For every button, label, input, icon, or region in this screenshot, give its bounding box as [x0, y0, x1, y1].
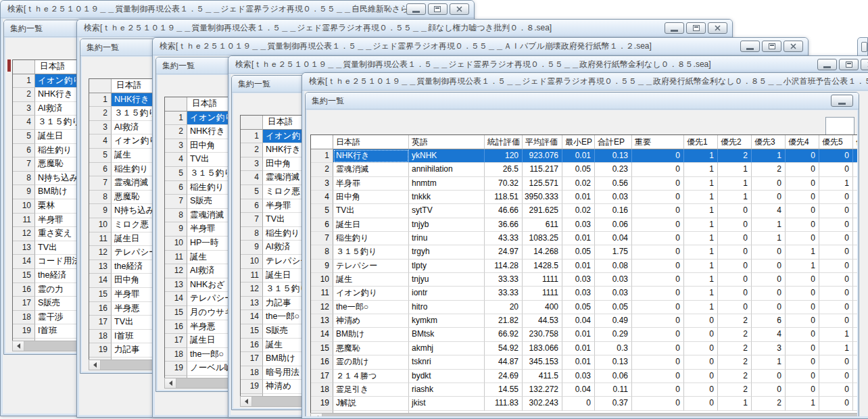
- column-header[interactable]: 最小EP: [562, 135, 595, 149]
- cell-value: 0: [819, 301, 853, 314]
- restore-button[interactable]: [686, 22, 706, 34]
- row-number: 19: [241, 380, 263, 394]
- restore-button[interactable]: [428, 3, 448, 15]
- cell-value: 1111: [523, 273, 562, 287]
- close-button[interactable]: [783, 41, 803, 52]
- window-titlebar[interactable]: 検索[ｔｈｅ２５１０１９＿＿質量制御再現公表１．５＿＿ジェド霊界ラジオ再現０．５…: [77, 20, 732, 37]
- column-header[interactable]: 優先4: [786, 135, 819, 149]
- table-row[interactable]: 1NHK行きykNHK120923.0760.010.13012100: [311, 149, 857, 163]
- cell-value: 291.625: [523, 204, 562, 218]
- row-number: 9: [165, 222, 187, 237]
- scroll-left-button[interactable]: [311, 414, 322, 416]
- minimize-button[interactable]: [406, 3, 426, 15]
- minimize-button[interactable]: [817, 59, 837, 70]
- column-header[interactable]: 優先5: [819, 135, 853, 149]
- close-icon: [715, 25, 721, 31]
- clipped-window-button: [861, 42, 867, 52]
- cell-value: 0: [718, 301, 752, 314]
- cell-japanese: ３１５釣り: [333, 245, 409, 259]
- column-header[interactable]: 重要: [632, 135, 684, 149]
- window-titlebar[interactable]: 検索[ｔｈｅ２５１０１９＿＿質量制御再現公表１．５＿＿ジェド霊界ラジオ再現０．５…: [228, 56, 868, 74]
- row-number: 11: [89, 232, 112, 247]
- row-number: 15: [241, 324, 263, 339]
- scroll-left-arrow-icon: [93, 362, 97, 368]
- table-row[interactable]: 2霊魂消滅annihilation26.5115.2170.050.230112…: [311, 163, 857, 176]
- table-row[interactable]: 15悪魔恥akmhj54.92183.0660.010.3002301: [311, 342, 857, 355]
- minimize-button[interactable]: [740, 41, 760, 52]
- table-row[interactable]: 4田中角tnkkk118.513950.3330.010.03011000: [311, 191, 857, 204]
- scroll-left-button[interactable]: [89, 360, 101, 370]
- cell-value: 0.16: [595, 204, 632, 218]
- table-row[interactable]: 16霊の助けtsknri44.87345.1530.010.13002100: [311, 355, 857, 369]
- cell-value: 0.08: [595, 260, 632, 273]
- column-header[interactable]: 英語: [409, 135, 485, 149]
- scroll-left-button[interactable]: [165, 378, 176, 388]
- table-row[interactable]: 3半身罪hnmtm70.32125.5710.020.56011001: [311, 177, 857, 191]
- cell-value: 54.92: [485, 342, 523, 355]
- cell-japanese: BM助け: [333, 328, 409, 341]
- minimize-button[interactable]: [665, 22, 684, 34]
- restore-icon: [434, 6, 441, 12]
- column-header[interactable]: 平均評価: [523, 135, 562, 149]
- cell-english: tnkkk: [409, 191, 485, 204]
- restore-button[interactable]: [839, 59, 859, 70]
- close-button[interactable]: [861, 59, 868, 70]
- table-row[interactable]: 13神清めkymkm21.8244.530.040.49002600: [311, 314, 857, 328]
- cell-value: 1: [684, 301, 718, 314]
- table-row[interactable]: 14BM助けBMtsk66.92230.7580.010.29002401: [311, 328, 857, 341]
- cell-english: tlpty: [409, 260, 485, 273]
- minimize-button[interactable]: [831, 95, 853, 107]
- subwindow-titlebar[interactable]: 集約一覧: [306, 93, 859, 109]
- table-row[interactable]: 7稲生釣りtrinu43.331083.250.010.04010100: [311, 232, 857, 245]
- cell-english: trinu: [409, 232, 485, 245]
- cell-value: 0: [632, 177, 684, 191]
- column-header[interactable]: 優先2: [718, 135, 752, 149]
- table-row[interactable]: 9テレパシーtlpty114.281428.50.010.08010010: [311, 260, 857, 273]
- table-row[interactable]: 5TV出sytTV46.66291.6250.020.16010400: [311, 204, 857, 218]
- table-row[interactable]: 19J解説jkist111.83302.24300.37001210: [311, 397, 857, 410]
- close-button[interactable]: [450, 3, 469, 15]
- row-number: 16: [89, 302, 112, 316]
- row-number: 19: [165, 362, 187, 376]
- column-header[interactable]: 優先1: [684, 135, 718, 149]
- row-number: 18: [13, 311, 35, 325]
- scrollbar-track[interactable]: [322, 414, 857, 416]
- row-number: 17: [241, 352, 263, 366]
- window-title: 検索[ｔｈｅ２５１０１９＿＿質量制御再現公表１．５＿＿ジェド霊界ラジオ再現０．５…: [309, 76, 868, 87]
- table-row[interactable]: 10誕生tnjyu33.3311110.030.03010000: [311, 273, 857, 287]
- column-header[interactable]: 日本語: [333, 135, 409, 149]
- column-header[interactable]: 統計評価: [485, 135, 523, 149]
- cell-english: tsknri: [409, 355, 485, 369]
- row-number: 1: [89, 93, 112, 107]
- cell-value: 114.28: [485, 260, 523, 273]
- cell-value: 0: [632, 232, 684, 245]
- horizontal-scrollbar[interactable]: [310, 413, 857, 416]
- table-row[interactable]: 12the一郎○hitro204000.050.05010000: [311, 301, 857, 314]
- table-row[interactable]: 8３１５釣りtrgyh24.9714.2680.051.75010010: [311, 245, 857, 259]
- cell-value: 0.01: [562, 260, 595, 273]
- cell-value: 0: [819, 204, 853, 218]
- table-row[interactable]: 17２１４勝つbydkt24.69411.50.030.06002000: [311, 370, 857, 383]
- scroll-left-button[interactable]: [241, 397, 252, 406]
- cell-value: 0: [819, 287, 853, 300]
- cell-clipped: [853, 301, 857, 314]
- window-titlebar[interactable]: 検索[ｔｈｅ２５１０１９＿＿質量制御再現公表１．５＿＿ジェド霊界ラジオ再現０．５…: [302, 73, 868, 91]
- column-header[interactable]: 優先3: [752, 135, 786, 149]
- cell-value: 0.03: [562, 273, 595, 287]
- column-header[interactable]: 合計EP: [595, 135, 632, 149]
- table-row[interactable]: 11イオン釣りiontr33.3311110.030.03010000: [311, 287, 857, 300]
- cell-value: 230.758: [523, 328, 562, 341]
- cell-value: 345.153: [523, 355, 562, 369]
- window-titlebar[interactable]: 検索[ｔｈｅ２５１０１９＿＿質量制御再現公表１．５＿＿ジェド霊界ラジオ再現０．５…: [1, 1, 474, 18]
- cell-value: 2: [752, 163, 786, 176]
- table-row[interactable]: 6誕生日tnjyb36.666110.030.06010100: [311, 218, 857, 232]
- row-number: 2: [311, 163, 333, 176]
- cell-value: 0.01: [562, 342, 595, 355]
- close-button[interactable]: [708, 22, 727, 34]
- table-row[interactable]: 18霊足引きriashk14.55132.2720.040.11002000: [311, 383, 857, 397]
- scroll-left-button[interactable]: [13, 341, 24, 351]
- restore-button[interactable]: [762, 41, 781, 52]
- cell-japanese: ２１４勝つ: [333, 370, 409, 383]
- window-titlebar[interactable]: 検索[ｔｈｅ２５１０１９＿＿質量制御再現公表１．５＿＿ジェド霊界ラジオ再現０．５…: [153, 38, 808, 55]
- scroll-left-arrow-icon: [169, 380, 172, 386]
